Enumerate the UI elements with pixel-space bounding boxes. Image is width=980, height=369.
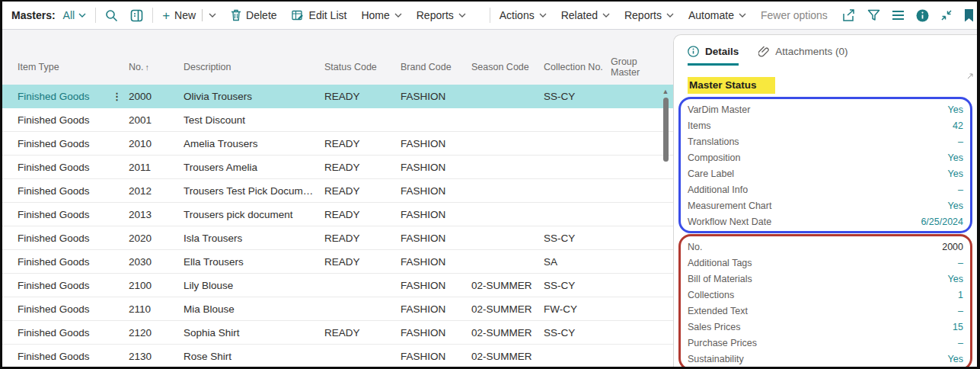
tab-details[interactable]: Details xyxy=(688,46,739,66)
table-row[interactable]: Finished Goods⋮2000Olivia TrousersREADYF… xyxy=(2,85,673,108)
cell-item-type[interactable]: Finished Goods xyxy=(18,91,112,102)
cell-item-type: Finished Goods xyxy=(18,303,112,315)
cell-item-type: Finished Goods xyxy=(18,233,112,244)
cell-no: 2030 xyxy=(129,256,184,268)
table-row[interactable]: Finished Goods2001Test Discount xyxy=(2,108,673,132)
cell-season-code: 02-SUMMER xyxy=(471,303,544,315)
search-icon[interactable] xyxy=(105,9,118,22)
table-row[interactable]: Finished Goods2011Trousers AmeliaREADYFA… xyxy=(2,156,673,179)
field-value[interactable]: Yes xyxy=(948,201,963,211)
view-filter-dropdown[interactable]: All xyxy=(63,9,87,21)
table-row[interactable]: Finished Goods2030Ella TrousersREADYFASH… xyxy=(2,250,673,274)
tab-attachments[interactable]: Attachments (0) xyxy=(758,46,848,66)
list-view-icon[interactable] xyxy=(892,10,905,21)
chevron-down-icon xyxy=(458,13,466,18)
table-row[interactable]: Finished Goods2013Trousers pick document… xyxy=(2,203,673,226)
field-label: Care Label xyxy=(688,168,734,179)
cell-brand-code: FASHION xyxy=(401,209,471,220)
factbox-field: Care LabelYes xyxy=(688,165,963,181)
field-value[interactable]: – xyxy=(958,136,963,147)
cell-no: 2120 xyxy=(129,327,184,339)
reports-menu[interactable]: Reports xyxy=(417,9,466,21)
cell-brand-code: FASHION xyxy=(401,351,471,362)
cell-collection-no: SS-CY xyxy=(544,280,611,291)
collapse-icon[interactable] xyxy=(940,9,953,21)
group-heading-master-status[interactable]: Master Status xyxy=(688,77,775,94)
table-row[interactable]: Finished Goods2010Amelia TrousersREADYFA… xyxy=(2,132,673,156)
table-row[interactable]: Finished Goods2120Sophia ShirtREADYFASHI… xyxy=(2,321,673,345)
resize-arrow-icon[interactable] xyxy=(967,73,973,79)
split-divider xyxy=(202,9,203,21)
factbox-field: SustainabilityYes xyxy=(688,351,963,367)
field-value[interactable]: 42 xyxy=(953,120,963,131)
cell-brand-code: FASHION xyxy=(401,280,471,291)
content-area: Item Type No.↑ Description Status Code B… xyxy=(2,30,977,367)
related-label: Related xyxy=(561,9,598,21)
bookmark-icon[interactable] xyxy=(964,9,974,22)
table-row[interactable]: Finished Goods2012Trousers Test Pick Doc… xyxy=(2,179,673,203)
toolbar-divider xyxy=(152,8,153,23)
scrollbar-thumb[interactable] xyxy=(663,98,669,162)
cell-brand-code: FASHION xyxy=(401,303,471,315)
table-header: Item Type No.↑ Description Status Code B… xyxy=(2,30,673,85)
col-header-item-type[interactable]: Item Type xyxy=(18,62,112,79)
related-menu[interactable]: Related xyxy=(561,9,610,21)
table-row[interactable]: Finished Goods2020Isla TrousersREADYFASH… xyxy=(2,226,673,250)
cell-collection-no: FW-CY xyxy=(544,303,611,315)
automate-menu[interactable]: Automate xyxy=(688,9,746,21)
reports2-menu[interactable]: Reports xyxy=(624,9,674,21)
field-value[interactable]: Yes xyxy=(948,354,963,364)
cell-description: Isla Trousers xyxy=(184,233,324,244)
cell-brand-code: FASHION xyxy=(401,185,471,197)
col-header-description[interactable]: Description xyxy=(184,62,324,79)
new-label: New xyxy=(174,9,196,21)
vertical-scrollbar[interactable]: ▲ xyxy=(662,88,669,365)
cell-brand-code: FASHION xyxy=(401,162,471,173)
col-header-status-code[interactable]: Status Code xyxy=(324,62,401,79)
analyze-icon[interactable] xyxy=(130,9,143,22)
row-menu-icon[interactable]: ⋮ xyxy=(112,91,129,102)
field-value[interactable]: Yes xyxy=(948,274,963,284)
field-value[interactable]: 15 xyxy=(953,322,963,332)
table-row[interactable]: Finished Goods2110Mia BlouseFASHION02-SU… xyxy=(2,297,673,321)
table-row[interactable]: Finished Goods2100Lily BlouseFASHION02-S… xyxy=(2,274,673,297)
delete-button[interactable]: Delete xyxy=(231,9,276,21)
filter-icon[interactable] xyxy=(867,9,880,21)
factbox-field: Items42 xyxy=(688,117,963,133)
field-value[interactable]: – xyxy=(958,258,963,268)
field-value[interactable]: Yes xyxy=(948,152,963,163)
field-value[interactable]: Yes xyxy=(948,104,963,115)
col-header-collection-no[interactable]: Collection No. xyxy=(544,62,611,79)
field-label: Sustainability xyxy=(688,354,744,364)
col-header-season-code[interactable]: Season Code xyxy=(471,62,544,79)
new-button[interactable]: + New xyxy=(162,9,216,22)
col-header-brand-code[interactable]: Brand Code xyxy=(401,62,471,79)
field-value[interactable]: 1 xyxy=(958,290,963,300)
fewer-options-button[interactable]: Fewer options xyxy=(761,9,828,21)
paperclip-icon xyxy=(758,46,769,57)
field-value[interactable]: – xyxy=(958,338,963,348)
field-label: Collections xyxy=(688,290,734,300)
field-value[interactable]: – xyxy=(958,306,963,316)
field-label: Workflow Next Date xyxy=(688,217,771,227)
field-label: Sales Prices xyxy=(688,322,740,332)
field-value[interactable]: – xyxy=(958,184,963,195)
col-header-group-master[interactable]: Group Master xyxy=(611,56,656,85)
chevron-down-icon xyxy=(666,13,674,18)
info-icon[interactable] xyxy=(916,9,929,22)
factbox-field: Additional Tags– xyxy=(688,255,963,271)
cell-status-code: READY xyxy=(324,256,401,268)
delete-label: Delete xyxy=(246,9,276,21)
col-header-no[interactable]: No.↑ xyxy=(129,62,184,79)
tab-details-label: Details xyxy=(705,46,739,57)
view-filter-label: All xyxy=(63,9,75,21)
field-value[interactable]: Yes xyxy=(948,168,963,179)
actions-menu[interactable]: Actions xyxy=(500,9,547,21)
field-value[interactable]: 6/25/2024 xyxy=(921,217,963,227)
edit-list-button[interactable]: Edit List xyxy=(292,9,347,21)
share-icon[interactable] xyxy=(842,9,856,22)
cell-status-code: READY xyxy=(324,233,401,244)
scroll-up-icon[interactable]: ▲ xyxy=(662,88,669,95)
table-row[interactable]: Finished Goods2130Rose ShirtFASHION02-SU… xyxy=(2,345,673,367)
home-menu[interactable]: Home xyxy=(361,9,401,21)
